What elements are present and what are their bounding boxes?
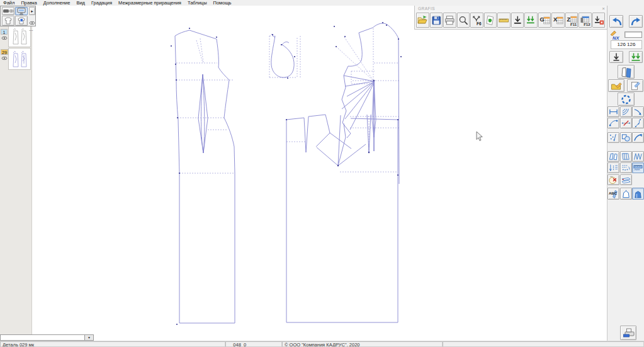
layer-badge-29[interactable]: 29 <box>1 49 8 55</box>
circle-square-icon <box>621 133 631 142</box>
arc-tool[interactable] <box>632 132 644 143</box>
text-tool[interactable]: ABC <box>607 188 619 200</box>
layer-1-thumbnail-sketch <box>9 26 30 47</box>
abc-label: ABC <box>609 191 617 195</box>
measure-tape-button[interactable] <box>497 13 511 28</box>
pieces-tool[interactable] <box>607 151 619 162</box>
ruler-measure-tool[interactable] <box>632 162 644 173</box>
status-model-code: __048_0 <box>225 341 282 347</box>
menu-addon[interactable]: Дополнение <box>40 0 74 6</box>
curve-arrow-tool[interactable] <box>632 106 644 117</box>
magnifier-icon <box>458 14 470 26</box>
status-copyright: © ООО "Компания КАДРУС", 2020 <box>282 341 443 347</box>
layer-1-thumbnail[interactable] <box>8 26 31 47</box>
layer-29-eye-icon[interactable] <box>1 56 8 60</box>
measure-points-tool[interactable] <box>620 162 632 173</box>
save-button[interactable] <box>430 13 443 28</box>
double-arrow-down-button[interactable] <box>524 13 538 28</box>
folder-pencil-icon <box>611 81 623 91</box>
arrow-down-delete-button[interactable] <box>592 13 606 28</box>
spline-tool[interactable] <box>632 118 644 128</box>
monitor-icon <box>16 8 26 15</box>
f6-label: F6 <box>477 21 482 26</box>
visibility-button[interactable]: ... <box>29 16 36 26</box>
zigzag-fold-tool[interactable] <box>632 151 644 162</box>
sort-tool[interactable] <box>607 162 619 173</box>
nx-input[interactable] <box>624 31 642 38</box>
view-toolbar: ▸ ... <box>0 6 36 26</box>
curve-endpoints-icon <box>608 118 619 128</box>
menu-file[interactable]: Файл <box>0 0 18 6</box>
printer-icon <box>444 14 456 26</box>
redo-button[interactable] <box>629 15 643 28</box>
layer-29-thumbnail-sketch <box>9 48 30 69</box>
dress-filled-icon <box>633 188 643 199</box>
grafis-toolbar: GRAFIS × <box>414 5 607 30</box>
garment-filled-icon <box>16 16 26 25</box>
expand-button[interactable]: ▸ <box>29 7 35 15</box>
z-f11-table-button[interactable]: Z F11 <box>565 13 579 28</box>
scatter-points-icon <box>608 133 619 142</box>
menu-edit[interactable]: Правка <box>18 0 40 6</box>
layers-stack-tool[interactable] <box>620 174 632 185</box>
zoom-button[interactable] <box>457 13 470 28</box>
double-green-arrow-down-icon <box>630 52 641 62</box>
screen-view-button[interactable] <box>15 7 28 15</box>
piece-outline-tool[interactable] <box>620 188 632 200</box>
move-all-down-button[interactable] <box>629 51 643 63</box>
delete-segment-tool[interactable] <box>620 118 632 128</box>
layer-29-thumbnail[interactable] <box>8 48 31 70</box>
edit-page-button[interactable] <box>627 79 643 92</box>
x-label: X <box>553 16 557 23</box>
close-icon[interactable]: × <box>602 6 605 11</box>
green-sheet-icon <box>485 14 497 26</box>
application-window: { "menu": { "items": [ {"label": "Файл"}… <box>0 0 644 347</box>
f12-table-button[interactable]: F12 <box>579 13 592 28</box>
menu-intersize-increments[interactable]: Межразмерные приращения <box>115 0 184 6</box>
distance-tool[interactable] <box>607 106 619 117</box>
plotter-button[interactable] <box>620 326 636 340</box>
zigzag-fold-icon <box>633 152 643 161</box>
menu-grading[interactable]: Градация <box>88 0 115 6</box>
pleats-tool[interactable] <box>620 151 632 162</box>
arrow-right-glyph: ▸ <box>31 9 33 14</box>
garment-filled-button[interactable] <box>15 16 28 26</box>
redo-icon <box>630 17 642 26</box>
menu-help[interactable]: Помощь <box>210 0 235 6</box>
undo-button[interactable] <box>609 15 623 28</box>
f6-button[interactable]: F6 <box>470 13 483 28</box>
page-combobox[interactable]: ▾ <box>0 334 94 341</box>
garment-outline-button[interactable] <box>2 16 14 26</box>
hide-panel-button[interactable] <box>2 7 14 15</box>
open-button[interactable] <box>416 13 429 28</box>
status-bar: Деталь 029 мк __048_0 © ООО "Компания КА… <box>0 341 644 347</box>
delete-circle-tool[interactable] <box>607 174 619 185</box>
sheet-check-button[interactable] <box>484 13 497 28</box>
curves-fan-tool[interactable] <box>620 106 632 117</box>
ruler-blue-icon <box>633 163 643 173</box>
arc-arrow-icon <box>633 133 643 142</box>
wardrobe-button[interactable] <box>618 65 635 79</box>
curves-fan-icon <box>621 107 631 117</box>
drawing-canvas[interactable] <box>32 6 607 341</box>
points-tool[interactable] <box>607 132 619 143</box>
plotter-icon <box>622 327 635 339</box>
layer-1-eye-icon[interactable] <box>1 36 8 40</box>
g-table-button[interactable]: G <box>538 13 551 28</box>
status-detail: Деталь 029 мк <box>0 341 225 347</box>
dashed-circle-button[interactable] <box>618 93 635 106</box>
piece-filled-tool[interactable] <box>632 188 644 200</box>
curve-endpoints-tool[interactable] <box>607 118 619 128</box>
menu-view[interactable]: Вид <box>73 0 88 6</box>
open-folder-icon <box>417 14 429 26</box>
print-button[interactable] <box>443 13 456 28</box>
menu-tables[interactable]: Таблицы <box>184 0 210 6</box>
chevron-down-icon[interactable]: ▾ <box>84 335 93 340</box>
arrow-down-button[interactable] <box>511 13 524 28</box>
x-table-button[interactable]: X <box>551 13 565 28</box>
shapes-tool[interactable] <box>620 132 632 143</box>
move-down-button[interactable] <box>609 51 623 63</box>
more-label: ... <box>29 28 36 31</box>
layer-badge-1[interactable]: 1 <box>1 29 8 35</box>
edit-folder-button[interactable] <box>608 79 624 92</box>
